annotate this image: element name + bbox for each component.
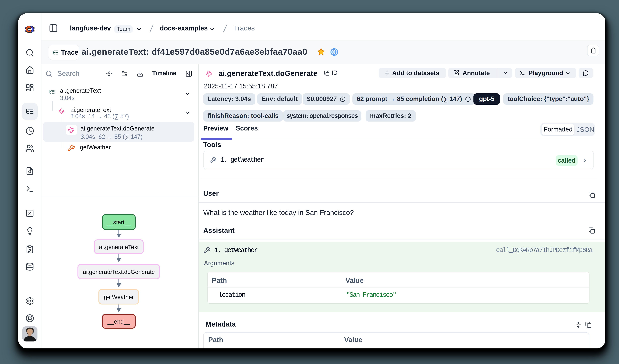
svg-text:__end__: __end__: [107, 318, 130, 325]
svg-text:getWeather: getWeather: [104, 294, 134, 300]
svg-text:ai.generateText.doGenerate: ai.generateText.doGenerate: [83, 269, 155, 275]
svg-text:__start__: __start__: [107, 219, 131, 225]
svg-text:ai.generateText: ai.generateText: [99, 244, 139, 250]
